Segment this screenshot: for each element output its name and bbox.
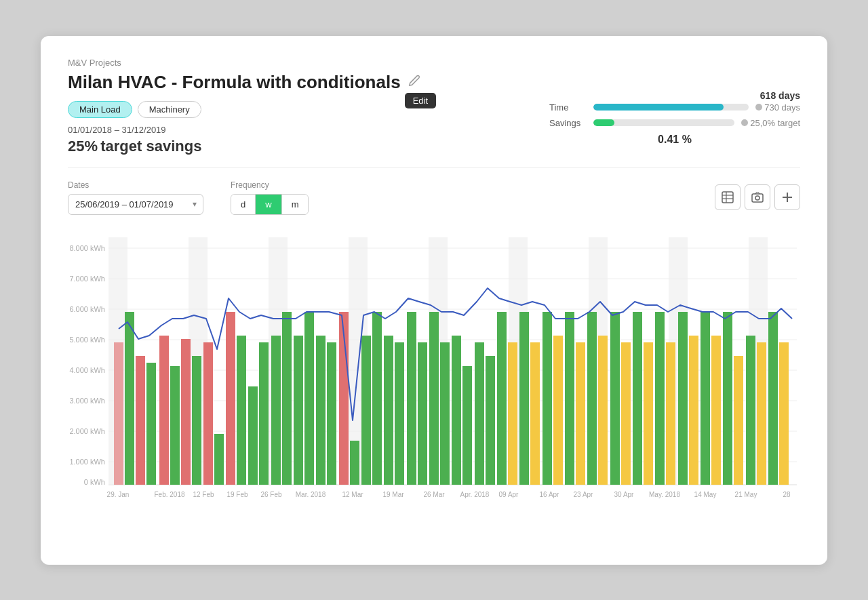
main-card: M&V Projects Milan HVAC - Formula with c… bbox=[41, 36, 827, 565]
svg-text:16 Apr: 16 Apr bbox=[540, 491, 560, 498]
svg-text:May. 2018: May. 2018 bbox=[649, 491, 680, 498]
chart-action-buttons bbox=[715, 184, 800, 210]
svg-rect-89 bbox=[701, 312, 710, 485]
svg-rect-77 bbox=[565, 312, 574, 485]
freq-btn-m[interactable]: m bbox=[282, 195, 309, 214]
savings-target: 25,0% target bbox=[741, 118, 800, 128]
svg-rect-91 bbox=[723, 312, 732, 485]
svg-rect-37 bbox=[114, 342, 123, 485]
main-chart: 8.000 kWh 7.000 kWh 6.000 kWh 5.000 kWh … bbox=[68, 227, 800, 498]
svg-rect-95 bbox=[768, 312, 778, 485]
svg-rect-54 bbox=[304, 312, 314, 485]
svg-text:28: 28 bbox=[783, 491, 791, 498]
svg-rect-73 bbox=[519, 312, 529, 485]
tab-machinery[interactable]: Machinery bbox=[138, 101, 201, 118]
svg-text:0 kWh: 0 kWh bbox=[84, 478, 105, 486]
edit-icon-button[interactable]: Edit bbox=[408, 74, 421, 91]
svg-text:09 Apr: 09 Apr bbox=[499, 491, 519, 498]
screenshot-button[interactable] bbox=[745, 184, 770, 210]
svg-text:14 May: 14 May bbox=[694, 491, 717, 498]
svg-text:21 May: 21 May bbox=[735, 491, 757, 498]
tab-main-load[interactable]: Main Load bbox=[68, 101, 132, 118]
svg-rect-81 bbox=[610, 312, 620, 485]
svg-rect-61 bbox=[384, 336, 393, 485]
date-select-wrapper[interactable]: 25/06/2019 – 01/07/2019 bbox=[68, 194, 203, 215]
time-value: 618 days bbox=[549, 90, 800, 101]
svg-text:Mar. 2018: Mar. 2018 bbox=[296, 491, 326, 498]
svg-rect-75 bbox=[542, 312, 552, 485]
svg-rect-82 bbox=[621, 342, 631, 485]
target-savings-pct: 25% bbox=[68, 138, 98, 155]
svg-rect-66 bbox=[440, 342, 450, 485]
svg-point-1 bbox=[741, 119, 748, 126]
svg-rect-86 bbox=[666, 342, 675, 485]
data-export-button[interactable] bbox=[715, 184, 741, 210]
freq-btn-d[interactable]: d bbox=[231, 195, 256, 214]
frequency-control: Frequency d w m bbox=[231, 180, 309, 215]
dot-icon-savings bbox=[741, 119, 748, 126]
svg-rect-41 bbox=[159, 336, 169, 485]
svg-rect-94 bbox=[757, 342, 766, 485]
svg-text:19 Mar: 19 Mar bbox=[382, 491, 404, 498]
svg-rect-80 bbox=[598, 336, 608, 485]
svg-rect-53 bbox=[294, 336, 303, 485]
svg-rect-52 bbox=[282, 312, 292, 485]
svg-text:19 Feb: 19 Feb bbox=[226, 491, 248, 498]
svg-rect-64 bbox=[418, 342, 427, 485]
svg-point-0 bbox=[755, 104, 762, 111]
svg-rect-63 bbox=[407, 312, 416, 485]
svg-text:5.000 kWh: 5.000 kWh bbox=[69, 336, 105, 344]
svg-rect-87 bbox=[678, 312, 688, 485]
svg-rect-85 bbox=[655, 312, 665, 485]
divider bbox=[68, 167, 800, 168]
svg-rect-65 bbox=[429, 312, 439, 485]
svg-text:7.000 kWh: 7.000 kWh bbox=[69, 275, 105, 283]
time-label: Time bbox=[549, 102, 587, 113]
svg-rect-2 bbox=[722, 192, 733, 203]
plus-icon bbox=[781, 191, 793, 203]
dates-label: Dates bbox=[68, 180, 203, 190]
svg-text:8.000 kWh: 8.000 kWh bbox=[69, 244, 105, 252]
svg-text:3.000 kWh: 3.000 kWh bbox=[69, 397, 105, 405]
time-progress-fill bbox=[593, 104, 724, 111]
svg-rect-59 bbox=[361, 336, 371, 485]
svg-rect-79 bbox=[587, 312, 597, 485]
svg-rect-76 bbox=[553, 336, 563, 485]
svg-text:23 Apr: 23 Apr bbox=[574, 491, 594, 498]
time-total: 730 days bbox=[755, 102, 800, 113]
dates-control: Dates 25/06/2019 – 01/07/2019 bbox=[68, 180, 203, 215]
svg-text:2.000 kWh: 2.000 kWh bbox=[69, 427, 105, 435]
freq-btn-w[interactable]: w bbox=[256, 195, 281, 214]
time-progress-bg bbox=[593, 104, 749, 111]
svg-rect-38 bbox=[125, 312, 134, 485]
summary-section: 618 days Time 730 days Savings 25,0% tar… bbox=[549, 90, 800, 146]
savings-row: Savings 25,0% target bbox=[549, 118, 800, 128]
svg-rect-50 bbox=[259, 342, 269, 485]
svg-rect-40 bbox=[146, 363, 156, 485]
svg-rect-70 bbox=[486, 356, 495, 485]
page-title: Milan HVAC - Formula with conditionals bbox=[68, 72, 401, 93]
svg-rect-71 bbox=[497, 312, 507, 485]
date-select[interactable]: 25/06/2019 – 01/07/2019 bbox=[68, 194, 203, 215]
pencil-icon bbox=[408, 74, 421, 87]
svg-rect-58 bbox=[350, 441, 359, 485]
add-button[interactable] bbox=[774, 184, 800, 210]
edit-tooltip: Edit bbox=[405, 93, 436, 108]
chart-area: 8.000 kWh 7.000 kWh 6.000 kWh 5.000 kWh … bbox=[68, 227, 800, 498]
savings-progress-bg bbox=[593, 119, 734, 126]
camera-icon bbox=[751, 191, 764, 203]
svg-rect-68 bbox=[462, 366, 472, 485]
frequency-buttons: d w m bbox=[231, 194, 309, 215]
controls-row: Dates 25/06/2019 – 01/07/2019 Frequency … bbox=[68, 180, 800, 215]
svg-rect-78 bbox=[576, 342, 585, 485]
svg-rect-60 bbox=[372, 312, 382, 485]
svg-text:26 Feb: 26 Feb bbox=[260, 491, 282, 498]
svg-text:12 Feb: 12 Feb bbox=[193, 491, 214, 498]
svg-rect-44 bbox=[192, 356, 201, 485]
savings-big-value: 0.41 % bbox=[549, 134, 800, 146]
svg-rect-47 bbox=[226, 312, 235, 485]
savings-label: Savings bbox=[549, 118, 587, 128]
target-savings-label: target savings bbox=[100, 138, 201, 155]
svg-text:6.000 kWh: 6.000 kWh bbox=[69, 305, 105, 313]
svg-rect-56 bbox=[327, 342, 336, 485]
